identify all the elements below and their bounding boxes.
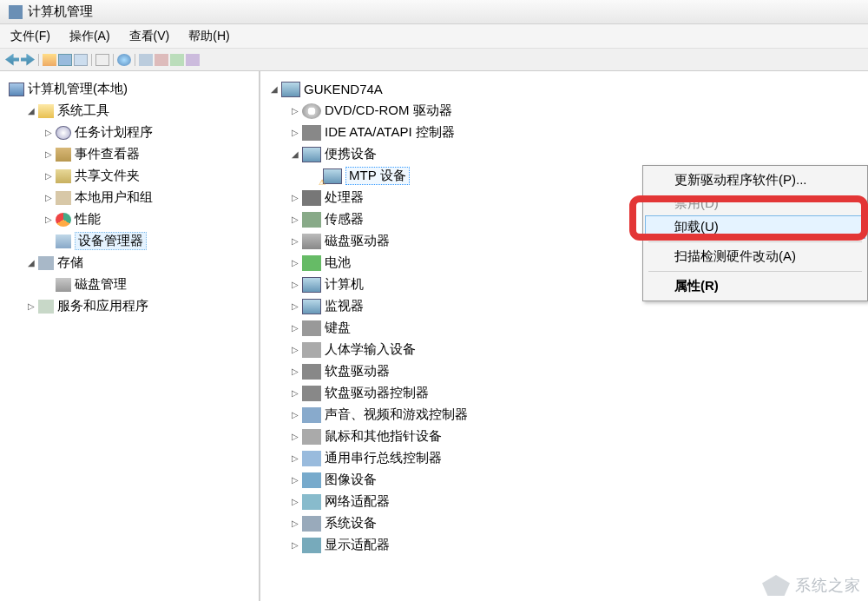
expand-icon[interactable]: ▷ bbox=[290, 280, 300, 290]
label: 鼠标和其他指针设备 bbox=[325, 428, 442, 445]
label: 系统工具 bbox=[57, 102, 109, 119]
expand-icon[interactable]: ▷ bbox=[290, 497, 300, 507]
dev-keyboard[interactable]: ▷键盘 bbox=[264, 317, 865, 339]
collapse-icon[interactable]: ◢ bbox=[269, 84, 279, 95]
tree-storage[interactable]: ◢存储 bbox=[3, 252, 255, 274]
expand-icon[interactable]: ▷ bbox=[43, 193, 54, 203]
label: 共享文件夹 bbox=[75, 168, 140, 184]
cm-uninstall[interactable]: 卸载(U) bbox=[645, 215, 865, 239]
menu-file[interactable]: 文件(F) bbox=[5, 27, 56, 46]
expand-icon[interactable]: ▷ bbox=[290, 388, 300, 399]
label: 磁盘驱动器 bbox=[325, 233, 390, 249]
forward-icon[interactable] bbox=[21, 54, 35, 66]
dev-portable[interactable]: ◢便携设备 bbox=[264, 143, 865, 165]
dev-usb[interactable]: ▷通用串行总线控制器 bbox=[264, 447, 865, 469]
app-icon bbox=[9, 5, 23, 19]
disk-icon bbox=[56, 278, 71, 292]
menubar: 文件(F) 操作(A) 查看(V) 帮助(H) bbox=[0, 24, 868, 49]
tree-root[interactable]: 计算机管理(本地) bbox=[3, 78, 255, 100]
separator bbox=[648, 271, 862, 272]
expand-icon[interactable]: ▷ bbox=[43, 171, 54, 182]
label: 磁盘管理 bbox=[75, 276, 127, 293]
dev-network[interactable]: ▷网络适配器 bbox=[264, 491, 865, 512]
expand-icon[interactable]: ▷ bbox=[290, 540, 300, 551]
expand-icon[interactable]: ▷ bbox=[290, 323, 300, 334]
expand-icon[interactable]: ▷ bbox=[290, 410, 300, 420]
cm-update-driver[interactable]: 更新驱动程序软件(P)... bbox=[645, 168, 865, 192]
scanhw-icon[interactable] bbox=[186, 54, 200, 66]
content-area: 计算机管理(本地) ◢系统工具 ▷任务计划程序 ▷事件查看器 ▷共享文件夹 ▷本… bbox=[0, 71, 868, 601]
expand-icon[interactable]: ▷ bbox=[290, 106, 300, 116]
expand-icon[interactable]: ▷ bbox=[290, 215, 300, 225]
expand-icon[interactable]: ▷ bbox=[43, 128, 54, 138]
expand-icon[interactable]: ▷ bbox=[290, 432, 300, 442]
tree-sys-tools[interactable]: ◢系统工具 bbox=[3, 100, 255, 122]
tree-shared-folders[interactable]: ▷共享文件夹 bbox=[3, 165, 255, 187]
label: 计算机管理(本地) bbox=[28, 81, 128, 97]
expand-icon[interactable]: ▷ bbox=[290, 518, 300, 529]
right-pane: ◢GUKEND74A ▷DVD/CD-ROM 驱动器 ▷IDE ATA/ATAP… bbox=[260, 71, 868, 601]
users-icon bbox=[56, 191, 71, 205]
menu-help[interactable]: 帮助(H) bbox=[183, 27, 234, 46]
label: GUKEND74A bbox=[304, 82, 383, 96]
expand-icon[interactable]: ▷ bbox=[43, 215, 54, 225]
expand-icon[interactable]: ▷ bbox=[43, 149, 54, 160]
view2-icon[interactable] bbox=[74, 54, 88, 66]
cm-disable[interactable]: 禁用(D) bbox=[645, 192, 865, 215]
expand-icon[interactable]: ◢ bbox=[26, 258, 36, 268]
label: IDE ATA/ATAPI 控制器 bbox=[325, 124, 455, 141]
expand-icon[interactable]: ▷ bbox=[26, 301, 36, 312]
tree-task-scheduler[interactable]: ▷任务计划程序 bbox=[3, 122, 255, 143]
expand-icon[interactable]: ▷ bbox=[290, 258, 300, 268]
folder-icon[interactable] bbox=[43, 54, 56, 66]
expand-icon[interactable]: ▷ bbox=[290, 193, 300, 203]
label: 监视器 bbox=[325, 298, 364, 314]
dev-floppy[interactable]: ▷软盘驱动器 bbox=[264, 360, 865, 382]
scan-icon[interactable] bbox=[139, 54, 153, 66]
tree-local-users[interactable]: ▷本地用户和组 bbox=[3, 187, 255, 208]
tree-disk-mgmt[interactable]: 磁盘管理 bbox=[3, 274, 255, 295]
cm-properties[interactable]: 属性(R) bbox=[645, 274, 865, 298]
label: 任务计划程序 bbox=[75, 124, 153, 141]
expand-icon[interactable]: ▷ bbox=[290, 236, 300, 247]
tree-device-manager[interactable]: 设备管理器 bbox=[3, 230, 255, 252]
dev-root[interactable]: ◢GUKEND74A bbox=[264, 78, 865, 100]
dev-ide[interactable]: ▷IDE ATA/ATAPI 控制器 bbox=[264, 122, 865, 143]
hdd-icon bbox=[302, 234, 321, 249]
back-icon[interactable] bbox=[5, 54, 19, 66]
label: 图像设备 bbox=[325, 472, 377, 488]
expand-icon[interactable]: ▷ bbox=[290, 367, 300, 377]
dev-sound[interactable]: ▷声音、视频和游戏控制器 bbox=[264, 404, 865, 426]
menu-view[interactable]: 查看(V) bbox=[124, 27, 175, 46]
watermark: 系统之家 bbox=[762, 575, 861, 596]
properties-icon[interactable] bbox=[95, 54, 109, 66]
expand-icon[interactable]: ▷ bbox=[290, 128, 300, 138]
dev-display[interactable]: ▷显示适配器 bbox=[264, 534, 865, 556]
dev-image[interactable]: ▷图像设备 bbox=[264, 469, 865, 491]
label: 键盘 bbox=[325, 320, 351, 336]
view1-icon[interactable] bbox=[58, 54, 72, 66]
tree-performance[interactable]: ▷性能 bbox=[3, 208, 255, 230]
expand-icon[interactable]: ▷ bbox=[290, 301, 300, 312]
update-icon[interactable] bbox=[170, 54, 184, 66]
expand-icon[interactable]: ▷ bbox=[290, 453, 300, 464]
cm-scan-hardware[interactable]: 扫描检测硬件改动(A) bbox=[645, 245, 865, 268]
tree-services[interactable]: ▷服务和应用程序 bbox=[3, 295, 255, 317]
expand-icon[interactable]: ◢ bbox=[26, 106, 36, 116]
expand-icon[interactable]: ▷ bbox=[290, 345, 300, 355]
menu-action[interactable]: 操作(A) bbox=[64, 27, 115, 46]
dev-system[interactable]: ▷系统设备 bbox=[264, 512, 865, 534]
uninstall-icon[interactable] bbox=[155, 54, 168, 66]
dev-hid[interactable]: ▷人体学输入设备 bbox=[264, 339, 865, 360]
dev-dvd[interactable]: ▷DVD/CD-ROM 驱动器 bbox=[264, 100, 865, 122]
label: 通用串行总线控制器 bbox=[325, 450, 442, 466]
label: 软盘驱动器控制器 bbox=[325, 385, 429, 401]
tree-event-viewer[interactable]: ▷事件查看器 bbox=[3, 143, 255, 165]
dev-floppyctrl[interactable]: ▷软盘驱动器控制器 bbox=[264, 382, 865, 404]
tools-icon bbox=[38, 104, 54, 118]
dev-mouse[interactable]: ▷鼠标和其他指针设备 bbox=[264, 426, 865, 447]
collapse-icon[interactable]: ◢ bbox=[290, 149, 300, 160]
help-icon[interactable] bbox=[117, 54, 131, 66]
label: 软盘驱动器 bbox=[325, 363, 390, 380]
expand-icon[interactable]: ▷ bbox=[290, 475, 300, 485]
